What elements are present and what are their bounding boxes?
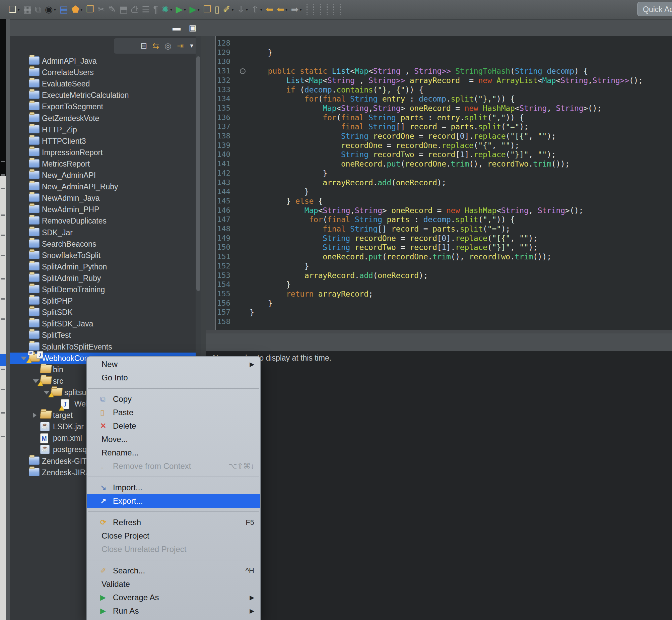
minimize-icon[interactable]: ▬ bbox=[172, 24, 181, 32]
tree-item-splitadmin-ruby[interactable]: SplitAdmin_Ruby bbox=[10, 272, 201, 284]
tree-item-httpclient3[interactable]: HTTPClient3 bbox=[10, 136, 201, 147]
menu-item-new[interactable]: New▶ bbox=[87, 358, 260, 371]
tree-item-splitsdk[interactable]: SplitSDK bbox=[10, 307, 201, 318]
collapse-all-icon[interactable]: ⊟ bbox=[141, 41, 147, 51]
closed-project-folder-icon bbox=[29, 296, 40, 305]
fold-collapse-icon[interactable] bbox=[240, 68, 245, 74]
maximize-icon[interactable]: ▣ bbox=[188, 24, 197, 32]
tree-item-exporttosegment[interactable]: ExportToSegment bbox=[10, 101, 201, 112]
tree-item-splitphp[interactable]: SplitPHP bbox=[10, 295, 201, 307]
mylyn-task-icon[interactable]: ⬟▾ bbox=[71, 3, 83, 16]
tree-item-splunktosplitevents[interactable]: SplunkToSplitEvents bbox=[10, 341, 201, 353]
new-wizard-dropdown-icon[interactable]: ▾ bbox=[17, 7, 20, 12]
last-edit-location-icon[interactable]: ⬅ bbox=[266, 3, 273, 16]
code-line-155: return arrayRecord; bbox=[249, 290, 373, 298]
tree-item-splitdemotraining[interactable]: SplitDemoTraining bbox=[10, 284, 201, 295]
code-line-145: } else { bbox=[249, 197, 323, 205]
editor-console-sash[interactable] bbox=[206, 330, 672, 333]
run-config-folder-icon[interactable]: ❐ bbox=[86, 3, 94, 16]
show-list-icon: ☰ bbox=[142, 3, 150, 16]
menu-item-export[interactable]: ↗Export... bbox=[87, 494, 260, 508]
new-wizard-icon[interactable]: ❏▾ bbox=[8, 3, 20, 16]
tree-item-snowflaketosplit[interactable]: SnowflakeToSplit bbox=[10, 250, 201, 261]
menu-item-rename[interactable]: Rename... bbox=[87, 446, 260, 460]
tree-item-sdk-jar[interactable]: SDK_Jar bbox=[10, 227, 201, 238]
tree-item-correlateusers[interactable]: CorrelateUsers bbox=[10, 67, 201, 78]
focus-task-icon[interactable]: ◎ bbox=[165, 41, 171, 51]
expand-arrow-icon[interactable] bbox=[33, 413, 37, 418]
tree-item-splitsdk-java[interactable]: SplitSDK_Java bbox=[10, 318, 201, 329]
tree-item-getzendeskvote[interactable]: GetZendeskVote bbox=[10, 113, 201, 124]
jar-file-icon bbox=[40, 445, 50, 454]
menu-item-run-as[interactable]: ▶Run As▶ bbox=[87, 604, 260, 618]
highlighter-dropdown-icon[interactable]: ▾ bbox=[231, 7, 234, 12]
debug-dropdown-icon[interactable]: ▾ bbox=[170, 7, 172, 12]
background-text-fragment bbox=[1, 255, 5, 256]
back-history-icon[interactable]: ⬅▾ bbox=[277, 3, 288, 16]
line-number: 129 bbox=[217, 48, 240, 57]
back-history-dropdown-icon[interactable]: ▾ bbox=[285, 7, 288, 12]
run-icon[interactable]: ▶▾ bbox=[176, 3, 186, 16]
menu-shortcut: ⌥⇧⌘↓ bbox=[228, 462, 254, 470]
run-dropdown-icon[interactable]: ▾ bbox=[183, 7, 186, 12]
mylyn-task-dropdown-icon[interactable]: ▾ bbox=[80, 7, 83, 12]
next-annotation-dropdown-icon[interactable]: ▾ bbox=[246, 7, 248, 12]
collapse-arrow-icon[interactable] bbox=[21, 357, 27, 360]
tree-item-executemetriccalculation[interactable]: ExecuteMetricCalculation bbox=[10, 90, 201, 101]
customize-view-icon[interactable]: ⇥ bbox=[177, 41, 183, 51]
tree-item-new-adminapi-ruby[interactable]: New_AdminAPI_Ruby bbox=[10, 181, 201, 192]
line-number: 134 bbox=[217, 95, 240, 103]
tree-item-removeduplicates[interactable]: RemoveDuplicates bbox=[10, 215, 201, 226]
closed-project-folder-icon bbox=[29, 468, 40, 476]
menu-item-copy[interactable]: ⧉Copy bbox=[87, 393, 260, 406]
menu-item-delete[interactable]: ✕Delete bbox=[87, 419, 260, 433]
line-number: 155 bbox=[217, 290, 240, 298]
tree-item-searchbeacons[interactable]: SearchBeacons bbox=[10, 238, 201, 250]
link-with-editor-icon[interactable]: ⇆ bbox=[153, 41, 159, 51]
tree-item-splitadmin-python[interactable]: SplitAdmin_Python bbox=[10, 261, 201, 272]
menu-item-close-project[interactable]: Close Project bbox=[87, 529, 260, 542]
user-profile-dropdown-icon[interactable]: ▾ bbox=[54, 7, 56, 12]
remote-systems-icon[interactable]: ▤ bbox=[60, 3, 68, 16]
previous-annotation-dropdown-icon[interactable]: ▾ bbox=[260, 7, 262, 12]
forward-history-icon[interactable]: ➡▾ bbox=[291, 3, 302, 16]
coverage-dropdown-icon[interactable]: ▾ bbox=[197, 7, 200, 12]
menu-item-import[interactable]: ↘Import... bbox=[87, 481, 260, 494]
menu-item-paste[interactable]: ▯Paste bbox=[87, 406, 260, 419]
menu-item-refresh[interactable]: ⟳RefreshF5 bbox=[87, 516, 260, 529]
menu-item-label: Go Into bbox=[102, 373, 128, 382]
menu-item-validate[interactable]: Validate bbox=[87, 577, 260, 591]
open-type-icon[interactable]: ❐ bbox=[203, 3, 211, 16]
line-number: 143 bbox=[217, 178, 240, 187]
menu-item-coverage-as[interactable]: ▶Coverage As▶ bbox=[87, 591, 260, 604]
menu-item-search[interactable]: ✐Search...^H bbox=[87, 564, 260, 577]
refresh-icon: ⟳ bbox=[100, 518, 113, 527]
tree-item-label: GetZendeskVote bbox=[42, 114, 99, 123]
tree-item-newadmin-java[interactable]: NewAdmin_Java bbox=[10, 192, 201, 204]
tree-item-metricsreport[interactable]: MetricsReport bbox=[10, 158, 201, 169]
menu-item-go-into[interactable]: Go Into bbox=[87, 371, 260, 384]
line-number: 154 bbox=[217, 280, 240, 289]
menu-item-move[interactable]: Move... bbox=[87, 433, 260, 446]
tree-item-newadmin-php[interactable]: NewAdmin_PHP bbox=[10, 204, 201, 215]
clipboard-icon[interactable]: ▯ bbox=[214, 3, 219, 16]
tree-item-evaluateseed[interactable]: EvaluateSeed bbox=[10, 78, 201, 90]
line-number: 140 bbox=[217, 150, 240, 158]
tree-item-label: RemoveDuplicates bbox=[42, 216, 107, 225]
open-folder-icon bbox=[40, 376, 52, 384]
coverage-icon[interactable]: ▶▾ bbox=[189, 3, 200, 16]
highlighter-icon[interactable]: ✐▾ bbox=[223, 3, 234, 16]
line-number: 148 bbox=[217, 224, 240, 233]
export-icon: ↗ bbox=[100, 497, 113, 505]
code-editor[interactable]: 1281291301311321331341351361371381391401… bbox=[206, 36, 672, 330]
debug-icon[interactable]: ✹▾ bbox=[162, 3, 172, 16]
quick-access-field[interactable]: Quick Ac bbox=[637, 2, 672, 16]
tree-item-new-adminapi[interactable]: New_AdminAPI bbox=[10, 169, 201, 181]
tree-item-impressionreport[interactable]: ImpressionReport bbox=[10, 147, 201, 158]
tree-item-adminapi-java[interactable]: AdminAPI_Java bbox=[10, 55, 201, 67]
forward-history-dropdown-icon[interactable]: ▾ bbox=[299, 7, 302, 12]
view-menu-icon[interactable]: ▼ bbox=[189, 43, 194, 49]
tree-item-http-zip[interactable]: HTTP_Zip bbox=[10, 124, 201, 136]
user-profile-icon[interactable]: ◉▾ bbox=[45, 3, 56, 16]
tree-item-splittest[interactable]: SplitTest bbox=[10, 329, 201, 341]
